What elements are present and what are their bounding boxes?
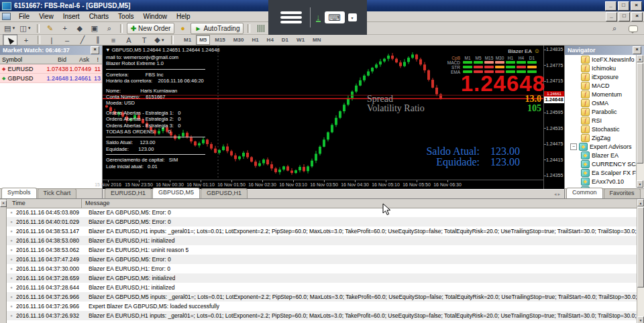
scroll-down-icon[interactable]: ▼ <box>637 180 643 188</box>
horizontal-line-button[interactable]: – <box>60 35 74 45</box>
market-watch-tab-symbols[interactable]: Symbols <box>1 188 37 198</box>
navigator-tab-common[interactable]: Common <box>566 188 603 198</box>
menu-tools[interactable]: Tools <box>113 12 138 21</box>
scroll-up-icon[interactable]: ▲ <box>637 55 643 62</box>
market-watch-col-symbol[interactable]: Symbol <box>0 56 42 63</box>
terminal-log-row[interactable]: ●2016.11.16 04:37:47.249Blazer EA GBPUSD… <box>7 255 637 264</box>
market-watch-close-icon[interactable]: × <box>91 46 99 54</box>
timeframe-h1[interactable]: H1 <box>248 35 262 45</box>
navigator-expert-eascalperfxf[interactable]: ◆Ea Scalper FX F <box>565 168 637 177</box>
profiles-button[interactable]: ◫▼ <box>18 23 32 34</box>
data-window-button[interactable]: ▣ <box>88 23 101 34</box>
navigator-indicator-parabolic[interactable]: fParabolic <box>565 107 637 116</box>
terminal-log-row[interactable]: ●2016.11.16 04:45:03.809Blazer EA GBPUSD… <box>7 208 637 217</box>
navigator-expert-advisors[interactable]: −◆Expert Advisors <box>565 142 637 151</box>
navigator-indicator-zigzag[interactable]: fZigZag <box>565 133 637 142</box>
crosshair-button[interactable]: + <box>19 35 33 45</box>
navigator-close-icon[interactable]: × <box>633 46 641 54</box>
menu-view[interactable]: View <box>34 12 58 21</box>
navigator-tab-favorites[interactable]: Favorites <box>604 188 641 198</box>
strategy-tester-button[interactable]: ⌕ <box>103 23 116 34</box>
navigator-expert-blazerea[interactable]: ◆Blazer EA <box>565 151 637 159</box>
timeframe-d1[interactable]: D1 <box>278 35 292 45</box>
scrollbar-thumb[interactable] <box>637 63 643 164</box>
market-watch-col-ask[interactable]: Ask <box>68 56 91 63</box>
market-watch-tab-tick-chart[interactable]: Tick Chart <box>38 188 77 198</box>
channel-button[interactable]: ∥ <box>91 35 105 45</box>
terminal-log-row[interactable]: ●2016.11.16 04:37:28.644Blazer EA EURUSD… <box>7 283 637 292</box>
market-watch-col-[interactable]: ! <box>91 56 101 63</box>
terminal-log-row[interactable]: ●2016.11.16 04:37:28.659Blazer EA GBPUSD… <box>7 273 637 283</box>
market-watch-row-eurusd[interactable]: ◆EURUSD1.074381.0744911 <box>0 64 102 74</box>
trendline-button[interactable]: ╱ <box>76 35 89 45</box>
terminal-log-row[interactable]: ●2016.11.16 04:38:53.062Blazer EA EURUSD… <box>7 245 637 255</box>
terminal-scrollbar-thumb[interactable] <box>637 207 644 287</box>
menu-charts[interactable]: Charts <box>85 12 113 21</box>
restore-button[interactable]: □ <box>618 1 629 11</box>
terminal-log-row[interactable]: ●2016.11.16 04:37:26.966Expert Blazer EA… <box>7 302 637 311</box>
marker-button[interactable]: ✎ <box>44 23 57 34</box>
text-label-button[interactable]: T <box>138 35 151 45</box>
autotrading-button[interactable]: ►AutoTrading <box>191 23 244 34</box>
menu-insert[interactable]: Insert <box>58 12 85 21</box>
terminal-scroll-down-icon[interactable]: ▼ <box>637 316 644 323</box>
timeframe-m1[interactable]: M1 <box>180 35 195 45</box>
terminal-column-message[interactable]: Message <box>82 199 110 208</box>
terminal-log-row[interactable]: ●2016.11.16 04:37:26.966Blazer EA GBPUSD… <box>7 292 637 302</box>
navigator-indicator-osma[interactable]: fOsMA <box>565 99 637 107</box>
fibonacci-button[interactable]: ≡ <box>107 35 120 45</box>
market-watch-col-bid[interactable]: Bid <box>42 56 68 63</box>
chat-button[interactable] <box>627 23 640 34</box>
timeframe-m30[interactable]: M30 <box>230 35 248 45</box>
minimize-button[interactable]: _ <box>605 1 616 11</box>
collapse-icon[interactable]: − <box>570 143 577 150</box>
timeframe-mn[interactable]: MN <box>309 35 324 45</box>
crosshair-move-button[interactable]: + <box>58 23 72 34</box>
chart-tab-eurusdh1[interactable]: EURUSD,H1 <box>105 188 152 198</box>
navigator-scrollbar[interactable]: ▲ ▼ <box>636 55 644 188</box>
cursor-button[interactable] <box>3 34 17 46</box>
chart-window-icon[interactable] <box>2 13 11 20</box>
chart-restore-button[interactable]: □ <box>619 12 630 21</box>
bar-chart-button[interactable] <box>254 23 268 34</box>
shapes-button[interactable]: ◆▼ <box>153 35 166 45</box>
terminal-log-row[interactable]: ●2016.11.16 04:40:01.029Blazer EA GBPUSD… <box>7 217 637 227</box>
close-button[interactable]: × <box>631 1 642 11</box>
terminal-log-row[interactable]: ●2016.11.16 04:37:26.932Blazer EA EURUSD… <box>7 311 637 320</box>
navigator-indicator-icefxnewsinfo[interactable]: fIceFX.NewsInfo <box>565 55 637 64</box>
timeframe-m15[interactable]: M15 <box>211 35 229 45</box>
navigator-expert-eaxx7v010[interactable]: ◆EAxx7v0.10 <box>565 177 637 186</box>
menu-window[interactable]: Window <box>138 12 172 21</box>
terminal-close-icon[interactable]: × <box>0 200 7 207</box>
market-watch-row-gbpusd[interactable]: ◆GBPUSD1.246481.2466113 <box>0 74 102 83</box>
terminal-log-row[interactable]: ●2016.11.16 04:38:53.080Blazer EA EURUSD… <box>7 236 637 245</box>
search-button[interactable]: ⌕ <box>608 23 621 34</box>
vertical-line-button[interactable]: | <box>45 35 58 45</box>
new-order-button[interactable]: ✚New Order <box>127 23 175 34</box>
tab-scroll-icons[interactable]: ◂ ▸ <box>554 192 560 197</box>
indicators-button[interactable]: ● <box>176 23 189 34</box>
history-center-button[interactable]: ◆ <box>73 23 87 34</box>
chart-tab-gbpusdh1[interactable]: GBPUSD,H1 <box>201 188 248 198</box>
chart-minimize-button[interactable]: _ <box>606 12 617 21</box>
navigator-indicator-stochastic[interactable]: fStochastic <box>565 125 637 133</box>
price-scale[interactable]: 1.24661 1.24648 1.248351.247751.247151.2… <box>543 46 564 189</box>
terminal-scrollbar[interactable]: ▲ ▼ <box>637 199 644 323</box>
chart-tab-gbpusdm5[interactable]: GBPUSD,M5 <box>152 188 200 198</box>
timeframe-m5[interactable]: M5 <box>196 35 210 45</box>
navigator-indicator-iexposure[interactable]: fiExposure <box>565 72 637 81</box>
navigator-indicator-ichimoku[interactable]: fIchimoku <box>565 64 637 72</box>
menu-help[interactable]: Help <box>172 12 195 21</box>
text-button[interactable]: A <box>122 35 136 45</box>
timeframe-w1[interactable]: W1 <box>293 35 308 45</box>
navigator-indicator-macd[interactable]: fMACD <box>565 81 637 90</box>
chart-close-button[interactable]: × <box>631 12 643 21</box>
terminal-scroll-up-icon[interactable]: ▲ <box>637 199 644 206</box>
navigator-indicator-momentum[interactable]: fMomentum <box>565 90 637 99</box>
terminal-log-row[interactable]: ●2016.11.16 04:37:30.000Blazer EA EURUSD… <box>7 264 637 273</box>
menu-file[interactable]: File <box>14 12 34 21</box>
terminal-column-time[interactable]: Time <box>7 199 82 208</box>
timeframe-h4[interactable]: H4 <box>264 35 277 45</box>
navigator-expert-currencysca[interactable]: ◆CURRENCY SCA <box>565 159 637 168</box>
new-chart-button[interactable]: ▤▼ <box>3 23 17 34</box>
